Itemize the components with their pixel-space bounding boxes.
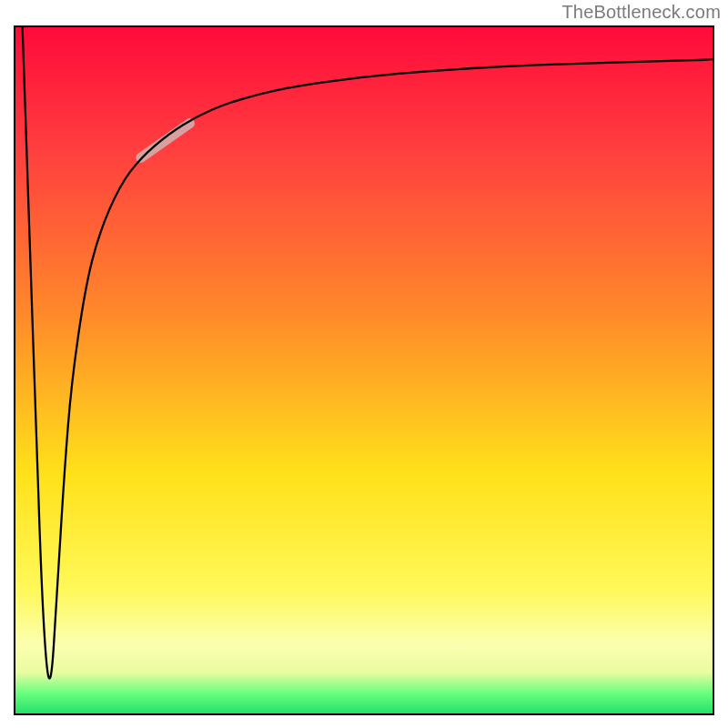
watermark-text: TheBottleneck.com [561, 2, 721, 23]
chart-root: { "watermark": "TheBottleneck.com", "cha… [0, 0, 728, 728]
curve-svg [15, 27, 713, 713]
main-curve [23, 27, 713, 679]
plot-area [14, 25, 714, 715]
